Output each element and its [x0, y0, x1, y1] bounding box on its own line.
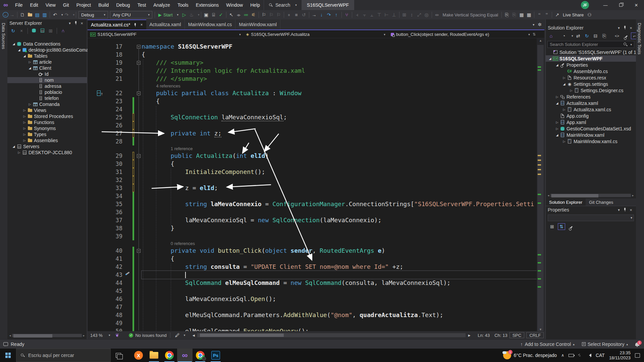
user-avatar[interactable]: JF — [581, 1, 589, 9]
expanded-icon[interactable]: ◢ — [28, 66, 32, 70]
line-indicator[interactable]: Ln: 43 — [478, 333, 490, 338]
expanded-icon[interactable]: ◢ — [17, 48, 21, 52]
undo-icon[interactable]: ↶ — [51, 12, 59, 17]
editor-hscrollbar[interactable] — [197, 333, 466, 337]
server-explorer-item-functions[interactable]: ▷Functions — [7, 119, 87, 125]
vertical-spacing-icon[interactable]: ↕ — [408, 12, 416, 17]
new-project-icon[interactable]: 🗋 — [19, 12, 26, 17]
collapsed-icon[interactable]: ▷ — [22, 127, 27, 130]
server-explorer-item-synonyms[interactable]: ▷Synonyms — [7, 125, 87, 131]
code-line-22[interactable]: 22 public partial class Actualitza : Win… — [88, 89, 537, 97]
code-line-28[interactable]: 28 — [88, 137, 537, 145]
window-position-icon[interactable]: ▾ — [616, 208, 622, 212]
make-vertical-spacing-equal-icon[interactable]: ⇹ — [433, 12, 441, 17]
add-to-source-control-button[interactable]: ↑ Add to Source Control ▴ — [520, 342, 574, 347]
expanded-icon[interactable]: ◢ — [555, 63, 559, 67]
properties-object-dropdown[interactable] — [548, 215, 634, 221]
breadcrumb-segment[interactable]: ◈S16SQLServerWPF.Actualitza▾ — [244, 31, 388, 38]
open-folder-icon[interactable] — [26, 12, 34, 17]
panel-tab-solution-explorer[interactable]: Solution Explorer — [546, 198, 586, 206]
pin-icon[interactable] — [73, 20, 79, 26]
code-line-39[interactable]: 39 — [88, 232, 537, 240]
document-tab-actualitza-xaml-cs-[interactable]: Actualitza.xaml.cs*× — [88, 19, 146, 29]
wifi-icon[interactable] — [578, 354, 583, 357]
solution-explorer-item-solution-s16sqlserverwpf-1-of-1-project-[interactable]: Solution 'S16SQLServerWPF' (1 of 1 proje… — [546, 49, 636, 55]
hscroll-left-icon[interactable]: ◂ — [190, 333, 197, 338]
window-settings-icon[interactable]: ✲ — [538, 22, 542, 27]
scroll-left-icon[interactable]: ◂ — [546, 194, 550, 197]
solution-explorer-item-properties[interactable]: ◢Properties — [546, 62, 636, 68]
code-line-41[interactable]: 41 { — [88, 255, 537, 263]
solution-search-box[interactable]: Search Solution Explorer ▾ — [547, 41, 634, 48]
align-bottoms-icon[interactable]: ⊥ — [390, 12, 398, 17]
collapse-region-icon[interactable] — [137, 249, 141, 253]
code-line-20[interactable]: 20 /// Interaction logic for Actualitza.… — [88, 67, 537, 75]
pin-icon[interactable] — [622, 25, 628, 31]
close-panel-icon[interactable]: × — [628, 25, 634, 31]
prev-bookmark-icon[interactable]: ⚐ — [268, 12, 275, 17]
task-view-button[interactable] — [111, 349, 126, 362]
server-explorer-item-id[interactable]: Id — [7, 71, 87, 77]
column-indicator[interactable]: Ch: 13 — [494, 333, 507, 338]
list-members-icon[interactable]: ≔ — [243, 12, 250, 17]
server-explorer-item-views[interactable]: ▷Views — [7, 107, 87, 113]
code-line-42[interactable]: 42 string consulta = "UPDATE Client SET … — [88, 263, 537, 271]
collapsed-icon[interactable]: ▷ — [562, 76, 567, 79]
code-line-27[interactable]: 27 private int z; — [88, 129, 537, 137]
pending-changes-filter-icon[interactable]: ◔ — [560, 33, 568, 39]
navigate-back-icon[interactable]: ← — [3, 12, 8, 17]
code-line-40[interactable]: 40 private void button_Click(object send… — [88, 247, 537, 255]
clock[interactable]: 23:35 18/11/2023 — [609, 350, 631, 360]
expanded-icon[interactable]: ◢ — [548, 57, 552, 60]
property-pages-icon[interactable] — [567, 224, 575, 229]
notifications-bell-button[interactable]: 1 — [635, 343, 639, 346]
restore-button[interactable] — [613, 0, 629, 10]
debug-target-dropdown[interactable]: Debug▾ — [78, 11, 108, 18]
code-line-37[interactable]: 37 laMevaConnexioSql = new SqlConnection… — [88, 216, 537, 224]
attach-process-icon[interactable]: ▣ — [203, 12, 210, 17]
bookmark-icon[interactable]: ⚐ — [260, 12, 268, 17]
expanded-icon[interactable]: ◢ — [562, 82, 567, 86]
sync-with-active-document-icon[interactable]: ⇄ — [575, 33, 582, 39]
server-explorer-item-telefon[interactable]: telefon — [7, 95, 87, 101]
sql-table-icon[interactable]: ▦ — [525, 12, 533, 17]
battery-icon[interactable] — [569, 354, 574, 357]
spaces-indicator[interactable]: SPC — [509, 332, 525, 338]
expanded-icon[interactable]: ◢ — [555, 133, 559, 137]
breadcrumb-segment[interactable]: button_Click(object sender, RoutedEventA… — [388, 31, 533, 38]
hierarchy-icon[interactable]: ⑃ — [59, 28, 67, 34]
tab-list-chevron-icon[interactable]: ▾ — [533, 23, 534, 26]
search-options-icon[interactable]: ▾ — [630, 43, 632, 46]
document-tab-mainwindow-xaml-cs[interactable]: MainWindow.xaml.cs — [185, 19, 236, 29]
solution-explorer-item-settings-designer-cs[interactable]: ▷Settings.Designer.cs — [546, 87, 636, 94]
collapse-all-icon[interactable]: ⊟ — [592, 33, 599, 39]
menu-file[interactable]: File — [11, 0, 26, 10]
next-bookmark-icon[interactable]: ⚐ — [275, 12, 282, 17]
collapsed-icon[interactable]: ▷ — [555, 95, 559, 99]
collapse-region-icon[interactable] — [137, 92, 141, 95]
code-line-23[interactable]: 23 { — [88, 97, 537, 105]
menu-analyze[interactable]: Analyze — [150, 0, 174, 10]
code-line-17[interactable]: 17namespace S16SQLServerWPF — [88, 43, 537, 51]
minimize-button[interactable]: — — [598, 0, 613, 10]
server-explorer-item-desktop-jccl880-gestiocoma[interactable]: ◢desktop-jccl880.GestioComa — [7, 47, 87, 53]
step-into-icon[interactable]: ↓ — [318, 12, 325, 17]
server-explorer-item-stored-procedures[interactable]: ▷Stored Procedures — [7, 113, 87, 119]
window-position-icon[interactable]: ▾ — [67, 21, 73, 25]
step-over-icon[interactable]: ↷ — [325, 12, 333, 17]
code-line-49[interactable]: 49 — [88, 319, 537, 327]
search-control[interactable]: Search ▾ — [264, 0, 302, 10]
expanded-icon[interactable]: ◢ — [22, 54, 27, 58]
collapse-region-icon[interactable] — [137, 45, 141, 49]
collapsed-icon[interactable]: ▷ — [562, 108, 567, 111]
scroll-right-icon[interactable]: ▸ — [82, 334, 86, 337]
server-explorer-item-comanda[interactable]: ▷Comanda — [7, 101, 87, 107]
code-editor[interactable]: 17namespace S16SQLServerWPF18{19 /// <su… — [88, 38, 537, 332]
profiler-icon[interactable]: ♨ — [188, 12, 195, 17]
collapsed-icon[interactable]: ▷ — [22, 121, 27, 124]
close-button[interactable]: ✕ — [629, 0, 644, 10]
taskbar-app-chrome-profile[interactable] — [193, 349, 208, 362]
code-line-31[interactable]: 31 InitializeComponent(); — [88, 168, 537, 176]
server-explorer-hscrollbar[interactable]: ◂ ▸ — [8, 333, 86, 338]
diagnostic-tools-tab[interactable]: Diagnostic Tools — [636, 19, 643, 58]
